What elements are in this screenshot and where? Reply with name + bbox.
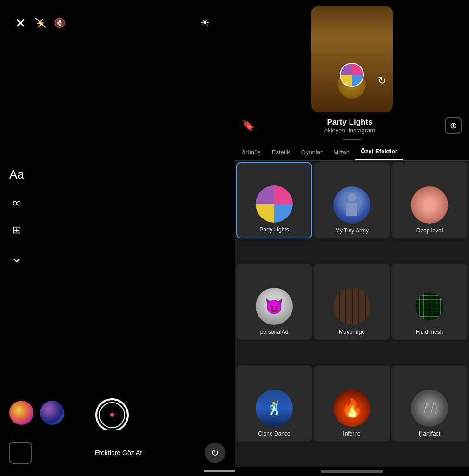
fj-artifact-label: fj artIfact <box>419 430 440 437</box>
muybridge-label: Muybridge <box>339 329 365 335</box>
effect-preview-card: ↻ <box>311 6 393 112</box>
effect-cell-fluid-mesh[interactable]: Fluid mesh <box>391 264 468 340</box>
tab-oyunlar[interactable]: Oyunlar <box>296 144 328 160</box>
muybridge-thumb <box>333 288 370 325</box>
tab-mizah[interactable]: Mizah <box>328 144 355 160</box>
fluid-mesh-label: Fluid mesh <box>416 329 443 335</box>
effect-cell-personal-ad[interactable]: 😈 personalAd <box>236 264 312 340</box>
right-panel: ↻ 🔖 Party Lights ekleyen: instagram ⊕ ör… <box>235 0 469 476</box>
tab-estetik[interactable]: Estetik <box>266 144 296 160</box>
effects-browse-button[interactable]: Efektlere Göz At <box>95 449 142 456</box>
clone-dance-label: Clone Dance <box>258 430 290 437</box>
bookmark-button[interactable]: 🔖 <box>242 119 255 132</box>
capture-ring-icon: ✦ <box>108 409 116 421</box>
deep-level-label: Deep level <box>416 227 443 234</box>
silhouette-icon <box>343 193 361 217</box>
effect-cell-deep-level[interactable]: Deep level <box>391 162 468 238</box>
mute-icon[interactable]: 🔇 <box>54 17 66 28</box>
effects-grid: Party Lights My Tiny Army Deep level 😈 p… <box>235 161 469 467</box>
fire-icon: 🔥 <box>341 398 363 418</box>
my-tiny-army-label: My Tiny Army <box>335 227 369 234</box>
capture-button[interactable]: ✦ <box>95 398 129 432</box>
preview-flip-button[interactable]: ↻ <box>378 75 386 87</box>
effect-cell-my-tiny-army[interactable]: My Tiny Army <box>314 162 390 238</box>
collapse-tool[interactable]: ⌄ <box>11 250 22 265</box>
effect-title-row: 🔖 Party Lights ekleyen: instagram ⊕ <box>235 112 469 136</box>
capture-inner: ✦ <box>99 402 125 428</box>
party-lights-label: Party Lights <box>259 226 289 233</box>
effect-cell-party-lights[interactable]: Party Lights <box>236 162 312 238</box>
flash-off-icon[interactable]: ⚡ <box>35 18 46 28</box>
effect-cell-fj-artifact[interactable]: ᚠᚢ fj artIfact <box>391 365 468 442</box>
personal-ad-label: personalAd <box>260 329 289 335</box>
drag-indicator <box>343 139 361 140</box>
layout-tool[interactable]: ⊞ <box>13 224 21 236</box>
filter-gradient[interactable] <box>9 401 33 425</box>
close-button[interactable] <box>14 16 27 29</box>
tab-ozel-efektler[interactable]: Özel Efektler <box>355 143 403 160</box>
tabs-container: örünüş Estetik Oyunlar Mizah Özel Efektl… <box>235 143 469 161</box>
tab-orunus[interactable]: örünüş <box>237 144 266 160</box>
inferno-thumb: 🔥 <box>333 390 370 427</box>
fj-artifact-thumb: ᚠᚢ <box>411 390 448 427</box>
right-home-bar <box>321 470 383 473</box>
my-tiny-army-thumb <box>333 186 370 224</box>
effect-author: ekleyen: instagram <box>324 127 375 134</box>
effect-cell-muybridge[interactable]: Muybridge <box>314 264 390 340</box>
left-side-tools: Aa ∞ ⊞ ⌄ <box>9 167 24 265</box>
flip-camera-button[interactable]: ↻ <box>205 443 225 463</box>
party-lights-thumb <box>256 185 293 223</box>
deep-level-thumb <box>411 186 448 224</box>
brightness-icon[interactable]: ☀ <box>200 16 210 29</box>
personal-ad-thumb: 😈 <box>256 288 293 325</box>
text-tool[interactable]: Aa <box>9 167 24 182</box>
preview-circle <box>340 63 364 87</box>
clone-dance-thumb: 🕺 <box>256 390 293 427</box>
add-effect-button[interactable]: ⊕ <box>445 117 462 134</box>
green-grid-icon <box>416 292 443 320</box>
fluid-mesh-thumb <box>411 288 448 325</box>
filter-purple[interactable] <box>40 401 64 425</box>
inferno-label: Inferno <box>343 430 360 437</box>
rune-icon: ᚠᚢ <box>422 401 437 416</box>
boomerang-tool[interactable]: ∞ <box>13 196 21 210</box>
rotate-icon: ↻ <box>211 447 219 458</box>
filter-row <box>9 401 64 425</box>
bottom-toolbar: Efektlere Göz At ↻ <box>0 430 235 476</box>
top-toolbar: ⚡ 🔇 <box>14 16 66 29</box>
gallery-thumbnail[interactable] <box>9 442 32 464</box>
effect-name: Party Lights <box>324 118 375 127</box>
home-indicator-right <box>235 467 469 476</box>
effect-cell-clone-dance[interactable]: 🕺 Clone Dance <box>236 365 312 442</box>
effect-name-block: Party Lights ekleyen: instagram <box>324 118 375 134</box>
effect-cell-inferno[interactable]: 🔥 Inferno <box>314 365 390 442</box>
